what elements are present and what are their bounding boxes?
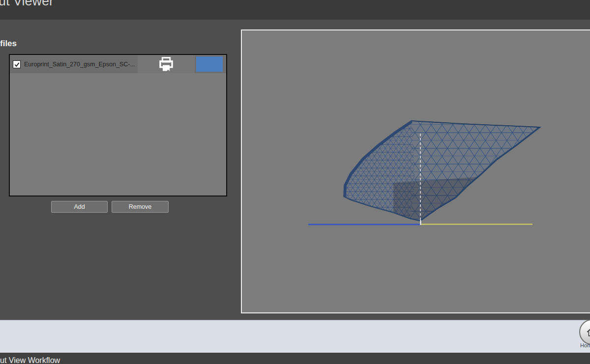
home-icon [586,326,590,338]
home-button-label: Home [580,342,590,348]
window-title: ut Viewer [0,0,54,9]
profiles-heading: files [0,39,17,49]
printer-icon [157,56,175,73]
bottom-toolbar [0,320,590,353]
profile-color-swatch [196,56,223,72]
profile-name: Europrint_Satin_270_gsm_Epson_SC-... [24,56,135,73]
gamut-3d-viewport[interactable] [241,29,590,313]
workflow-title: ut View Workflow [0,356,60,364]
window-titlebar: ut Viewer [0,0,590,20]
app-window: ut Viewer files Europrint_Satin_270_gsm_… [0,0,590,364]
profile-checkbox[interactable] [13,60,21,68]
profile-list-item[interactable]: Europrint_Satin_270_gsm_Epson_SC-... [10,56,226,73]
workflow-footer: ut View Workflow [0,353,590,364]
remove-button[interactable]: Remove [112,201,169,213]
gamut-mesh [242,30,590,312]
checkmark-icon [14,61,20,68]
add-button[interactable]: Add [51,201,108,213]
profiles-list[interactable]: Europrint_Satin_270_gsm_Epson_SC-... [9,54,227,196]
